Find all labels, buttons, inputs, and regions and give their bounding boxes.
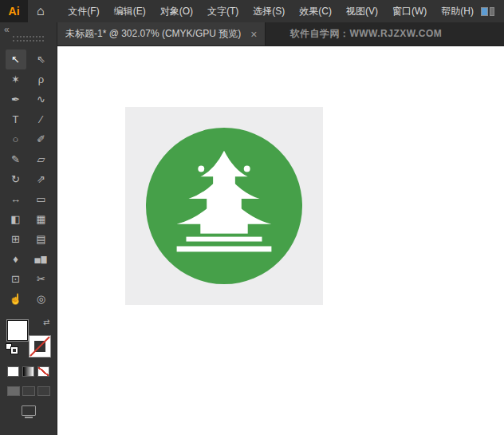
type-tool[interactable]: T <box>6 109 26 129</box>
screen-mode-button[interactable] <box>22 405 36 416</box>
menu-select[interactable]: 选择(S) <box>246 0 292 22</box>
width-tool[interactable]: ↔ <box>6 189 26 209</box>
menu-type[interactable]: 文字(T) <box>200 0 246 22</box>
lasso-tool[interactable]: ρ <box>31 69 52 89</box>
menu-file[interactable]: 文件(F) <box>61 0 106 22</box>
ellipse-tool[interactable]: ○ <box>6 129 26 149</box>
stroke-swatch[interactable] <box>30 336 50 357</box>
stroke-none-slash <box>30 336 49 356</box>
perspective-grid-tool[interactable]: ▦ <box>31 209 52 229</box>
tool-grid: ↖⇖✶ρ✒∿T∕○✐✎▱↻⇗↔▭◧▦⊞▤♦▅▇⊡✂☝◎ <box>6 49 52 309</box>
color-mode-row <box>7 366 49 377</box>
hand-tool[interactable]: ☝ <box>6 289 26 309</box>
default-fill-stroke-icon[interactable] <box>6 343 18 354</box>
scale-tool[interactable]: ⇗ <box>31 169 52 189</box>
mini-stroke-square <box>11 347 18 354</box>
home-icon[interactable]: ⌂ <box>28 0 53 22</box>
curvature-tool[interactable]: ∿ <box>31 89 52 109</box>
arrange-cell-blue <box>481 7 488 16</box>
main-split: « ↖⇖✶ρ✒∿T∕○✐✎▱↻⇗↔▭◧▦⊞▤♦▅▇⊡✂☝◎ ⇄ <box>0 22 504 435</box>
menu-view[interactable]: 视图(V) <box>339 0 385 22</box>
menu-help[interactable]: 帮助(H) <box>434 0 481 22</box>
artboard[interactable] <box>125 107 323 305</box>
draw-normal-button[interactable] <box>7 386 20 396</box>
free-transform-tool[interactable]: ▭ <box>31 189 52 209</box>
pen-tool[interactable]: ✒ <box>6 89 26 109</box>
pencil-tool[interactable]: ✎ <box>6 149 26 169</box>
illustrator-window: Ai ⌂ 文件(F)编辑(E)对象(O)文字(T)选择(S)效果(C)视图(V)… <box>0 0 504 435</box>
document-tab[interactable]: 未标题-1* @ 302.07% (CMYK/GPU 预览) × <box>57 22 266 45</box>
swap-fill-stroke-icon[interactable]: ⇄ <box>43 318 49 326</box>
fill-swatch[interactable] <box>7 320 28 341</box>
collapse-panel-icon[interactable]: « <box>4 25 10 34</box>
eraser-tool[interactable]: ▱ <box>31 149 52 169</box>
mesh-tool[interactable]: ⊞ <box>6 229 26 249</box>
direct-selection-tool[interactable]: ⇖ <box>31 49 52 69</box>
canvas[interactable] <box>57 46 504 435</box>
tab-title: 未标题-1* @ 302.07% (CMYK/GPU 预览) <box>65 27 241 41</box>
menu-effect[interactable]: 效果(C) <box>292 0 339 22</box>
line-segment-tool[interactable]: ∕ <box>31 109 52 129</box>
selection-tool[interactable]: ↖ <box>6 49 26 69</box>
tools-panel-header: « <box>0 22 57 49</box>
none-button[interactable] <box>37 366 49 377</box>
slice-tool[interactable]: ✂ <box>31 269 52 289</box>
column-graph-tool[interactable]: ▅▇ <box>31 249 52 269</box>
gradient-tool[interactable]: ▤ <box>31 229 52 249</box>
arrange-cell-gray <box>490 7 494 16</box>
menu-edit[interactable]: 编辑(E) <box>107 0 153 22</box>
panel-grip[interactable] <box>13 36 44 42</box>
drawing-modes-row <box>7 386 50 396</box>
draw-inside-button[interactable] <box>37 386 50 396</box>
arrange-documents-icon[interactable] <box>481 7 494 16</box>
tools-panel: « ↖⇖✶ρ✒∿T∕○✐✎▱↻⇗↔▭◧▦⊞▤♦▅▇⊡✂☝◎ ⇄ <box>0 22 57 435</box>
menu-window[interactable]: 窗口(W) <box>385 0 434 22</box>
zoom-tool[interactable]: ◎ <box>31 289 52 309</box>
paintbrush-tool[interactable]: ✐ <box>31 129 52 149</box>
app-logo: Ai <box>0 0 28 22</box>
magic-wand-tool[interactable]: ✶ <box>6 69 26 89</box>
artboard-tool[interactable]: ⊡ <box>6 269 26 289</box>
logo-artwork[interactable] <box>145 127 303 285</box>
shape-builder-tool[interactable]: ◧ <box>6 209 26 229</box>
menu-object[interactable]: 对象(O) <box>153 0 200 22</box>
eyedropper-tool[interactable]: ♦ <box>6 249 26 269</box>
watermark-text: 软件自学网：WWW.RJZXW.COM <box>289 22 442 45</box>
tab-close-icon[interactable]: × <box>250 29 257 40</box>
work-area: 未标题-1* @ 302.07% (CMYK/GPU 预览) × 软件自学网：W… <box>57 22 504 435</box>
menu-items: 文件(F)编辑(E)对象(O)文字(T)选择(S)效果(C)视图(V)窗口(W)… <box>61 0 481 22</box>
tab-strip: 未标题-1* @ 302.07% (CMYK/GPU 预览) × 软件自学网：W… <box>57 22 504 46</box>
fill-stroke-widget: ⇄ <box>6 318 52 357</box>
draw-behind-button[interactable] <box>22 386 35 396</box>
gradient-button[interactable] <box>22 366 34 377</box>
menu-bar: Ai ⌂ 文件(F)编辑(E)对象(O)文字(T)选择(S)效果(C)视图(V)… <box>0 0 504 22</box>
rotate-tool[interactable]: ↻ <box>6 169 26 189</box>
color-button[interactable] <box>7 366 19 377</box>
